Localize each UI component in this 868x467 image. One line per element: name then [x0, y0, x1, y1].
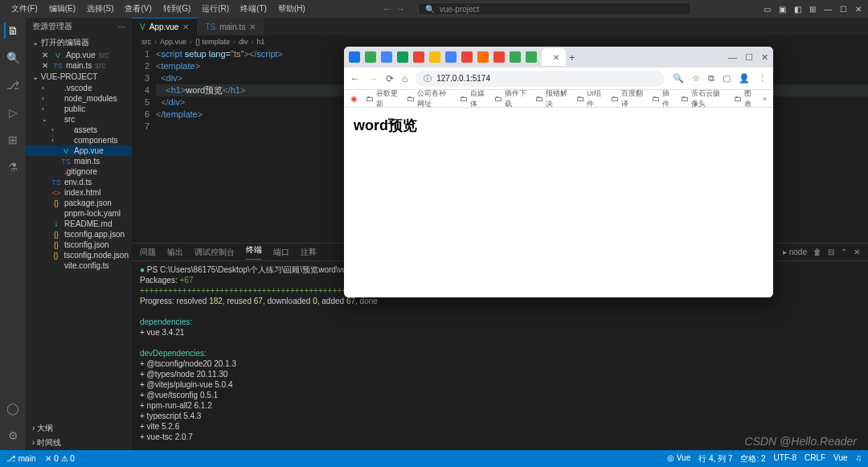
panel-tab[interactable]: 终端 [246, 244, 262, 260]
menu-icon[interactable]: ⋮ [758, 73, 767, 84]
terminal-split-icon[interactable]: ⊟ [828, 248, 834, 256]
menu-item[interactable]: 运行(R) [197, 2, 234, 16]
status-item[interactable]: CRLF [805, 453, 825, 465]
new-tab-button[interactable]: + [569, 51, 575, 63]
status-item[interactable]: 行 4, 列 7 [698, 453, 732, 465]
tree-item[interactable]: pnpm-lock.yaml [26, 208, 132, 219]
editor-tab[interactable]: VApp.vue✕ [132, 18, 197, 35]
home-icon[interactable]: ⌂ [402, 73, 407, 84]
tab-close-icon[interactable]: ✕ [249, 23, 256, 31]
editor-tab[interactable]: TSmain.ts✕ [197, 18, 264, 35]
status-item[interactable]: ⎇ main [6, 454, 35, 463]
customize-icon[interactable]: ⊞ [809, 5, 816, 14]
browser-tab[interactable]: ✕ [542, 48, 566, 66]
extensions-icon[interactable]: ⊞ [5, 132, 21, 148]
panel-tab[interactable]: 端口 [273, 247, 289, 258]
reload-icon[interactable]: ⟳ [386, 73, 394, 84]
extension-icon[interactable] [397, 51, 408, 63]
zoom-icon[interactable]: 🔍 [673, 73, 684, 84]
back-icon[interactable]: ← [350, 73, 360, 84]
panel-tab[interactable]: 调试控制台 [194, 247, 235, 258]
extension-icon[interactable] [477, 51, 489, 63]
extension-icon[interactable] [349, 51, 360, 63]
close-icon[interactable]: ✕ [855, 5, 862, 14]
terminal-new-icon[interactable]: 🗑 [813, 248, 821, 256]
status-item[interactable]: Vue [833, 453, 847, 465]
status-item[interactable]: ◎ Vue [667, 453, 690, 465]
tree-item[interactable]: {}tsconfig.json [26, 240, 132, 250]
breadcrumb-item[interactable]: App.vue [160, 38, 186, 46]
bookmark-item[interactable]: 🗀报错解决 [535, 88, 568, 109]
outline-section[interactable]: › 大纲 [26, 421, 132, 436]
status-item[interactable]: ✕ 0 ⚠ 0 [45, 454, 74, 463]
test-icon[interactable]: ⚗ [5, 159, 21, 175]
menu-item[interactable]: 选择(S) [82, 2, 118, 16]
debug-icon[interactable]: ▷ [5, 104, 21, 121]
panel-icon[interactable]: ▣ [779, 5, 786, 14]
extension-icon[interactable] [381, 51, 392, 63]
timeline-section[interactable]: › 时间线 [26, 436, 132, 450]
minimize-icon[interactable]: — [824, 5, 832, 14]
bookmark-item[interactable]: 🗀百度翻译 [611, 88, 644, 109]
bookmark-item[interactable]: 🗀插件下载 [494, 88, 527, 109]
panel-tab[interactable]: 输出 [167, 247, 183, 258]
nav-back[interactable]: ← [383, 4, 391, 14]
project-section[interactable]: ⌄ VUE-PROJECT [26, 71, 132, 83]
browser-close-icon[interactable]: ✕ [761, 52, 768, 63]
scm-icon[interactable]: ⎇ [5, 77, 21, 93]
command-center-search[interactable]: 🔍vue-project [418, 2, 691, 15]
reading-icon[interactable]: ▢ [723, 73, 731, 84]
tree-item[interactable]: {}package.json [26, 198, 132, 208]
extension-icon[interactable] [461, 51, 473, 63]
extension-icon[interactable] [365, 51, 376, 63]
site-info-icon[interactable]: ⓘ [424, 73, 432, 84]
panel-tab[interactable]: 问题 [140, 247, 156, 258]
tree-item[interactable]: ›components [26, 135, 132, 145]
breadcrumb-item[interactable]: h1 [257, 38, 265, 46]
open-editor-item[interactable]: ✕VApp.vue src [26, 50, 132, 60]
bookmark-item[interactable]: 🗀公司各种网址 [407, 88, 452, 109]
tree-item[interactable]: ⌄src [26, 114, 132, 125]
breadcrumb-item[interactable]: {} template [195, 38, 230, 46]
menu-item[interactable]: 文件(F) [6, 2, 43, 16]
tree-item[interactable]: ›.vscode [26, 83, 132, 93]
tab-close-icon[interactable]: ✕ [182, 23, 189, 31]
extension-icon[interactable] [445, 51, 457, 63]
sidebar-icon[interactable]: ◧ [794, 5, 801, 14]
menu-item[interactable]: 终端(T) [235, 2, 272, 16]
forward-icon[interactable]: → [368, 73, 378, 84]
bookmark-item[interactable]: 🗀萤石云摄像头 [681, 88, 726, 109]
open-editors-section[interactable]: ⌄ 打开的编辑器 [26, 35, 132, 50]
menu-item[interactable]: 转到(G) [158, 2, 195, 16]
panel-close-icon[interactable]: ✕ [854, 248, 860, 256]
browser-minimize-icon[interactable]: — [728, 52, 737, 63]
bookmarks-overflow-icon[interactable]: » [763, 95, 767, 103]
breadcrumb-item[interactable]: src [141, 38, 151, 46]
tree-item[interactable]: .gitignore [26, 166, 132, 177]
tree-item[interactable]: {}tsconfig.node.json [26, 250, 132, 260]
open-editor-item[interactable]: ✕TSmain.ts src [26, 60, 132, 71]
tree-item[interactable]: TSenv.d.ts [26, 177, 132, 187]
explorer-icon[interactable]: 🗎 [4, 23, 20, 39]
nav-forward[interactable]: → [396, 4, 405, 14]
browser-viewport[interactable]: word预览 [344, 108, 773, 297]
menu-item[interactable]: 编辑(E) [44, 2, 80, 16]
tree-item[interactable]: {}tsconfig.app.json [26, 229, 132, 240]
bookmark-item[interactable]: 🗀图表 [734, 88, 755, 109]
panel-tab[interactable]: 注释 [301, 247, 317, 258]
bookmark-item[interactable]: 🗀UI组件 [576, 88, 603, 109]
tree-item[interactable]: VApp.vue [26, 145, 132, 156]
bookmark-item[interactable]: 🗀自媒体 [460, 88, 486, 109]
extension-icon[interactable] [413, 51, 424, 63]
panel-maximize-icon[interactable]: ⌃ [841, 248, 847, 256]
settings-icon[interactable]: ⚙ [5, 428, 21, 444]
tree-item[interactable]: vite.config.ts [26, 260, 132, 271]
tree-item[interactable]: <>index.html [26, 187, 132, 198]
menu-item[interactable]: 帮助(H) [273, 2, 310, 16]
browser-maximize-icon[interactable]: ☐ [745, 52, 753, 63]
extension-icon[interactable] [429, 51, 440, 63]
search-icon[interactable]: 🔍 [5, 50, 21, 66]
extension-icon[interactable] [510, 51, 521, 63]
extensions-puzzle-icon[interactable]: ⧉ [708, 73, 714, 84]
tab-close-icon[interactable]: ✕ [553, 53, 559, 62]
